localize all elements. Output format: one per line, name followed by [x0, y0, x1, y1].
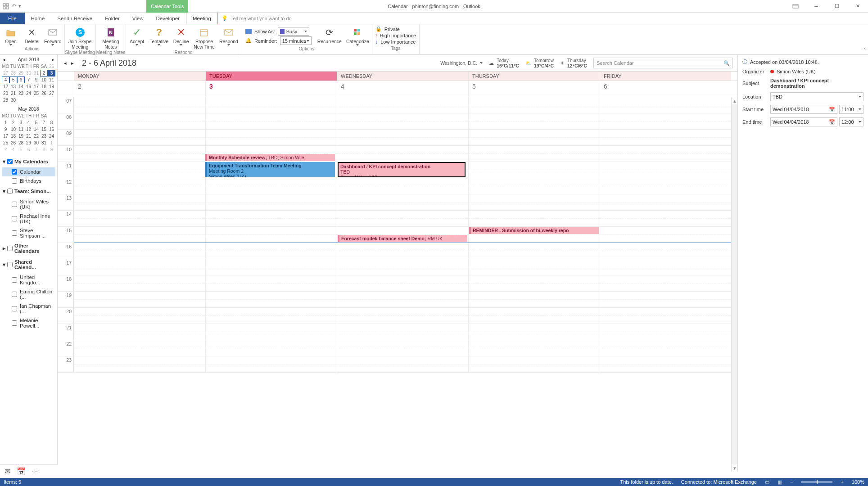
time-slot[interactable]: [468, 113, 600, 129]
my-calendars-group[interactable]: ▾My Calendars: [2, 156, 55, 167]
calendar-item[interactable]: United Kingdo...: [2, 273, 55, 287]
quick-access-icon[interactable]: [3, 3, 9, 9]
time-slot[interactable]: [468, 292, 600, 307]
accept-button[interactable]: ✓Accept: [127, 25, 147, 50]
time-slot[interactable]: [337, 275, 468, 291]
time-slot[interactable]: [205, 211, 337, 226]
scroll-down-icon[interactable]: ▾: [732, 464, 737, 472]
date-cell-4[interactable]: 4: [337, 81, 468, 97]
appt-schedule-review[interactable]: Monthly Schedule review; TBD; Simon Wile: [205, 154, 335, 161]
time-slot[interactable]: [337, 308, 468, 324]
calendar-item[interactable]: Steve Simpson ...: [2, 226, 55, 240]
tab-meeting[interactable]: Meeting: [186, 13, 218, 24]
low-importance-button[interactable]: ↓Low Importance: [375, 39, 416, 45]
time-slot[interactable]: [468, 97, 600, 113]
calendar-item[interactable]: Melanie Powell...: [2, 316, 55, 330]
team-checkbox[interactable]: [7, 189, 13, 194]
time-slot[interactable]: [600, 178, 731, 194]
next-week-icon[interactable]: ▸: [69, 59, 76, 67]
mail-icon[interactable]: ✉: [5, 467, 10, 476]
time-slot[interactable]: [468, 130, 600, 145]
start-date-field[interactable]: Wed 04/04/2018📅: [770, 105, 837, 114]
high-importance-button[interactable]: !High Importance: [375, 33, 416, 38]
time-slot[interactable]: [337, 259, 468, 275]
minimize-icon[interactable]: ─: [806, 0, 827, 13]
time-slot[interactable]: [205, 324, 337, 340]
time-slot[interactable]: [600, 162, 731, 178]
time-slot[interactable]: [74, 97, 205, 113]
location-field[interactable]: TBD: [770, 92, 863, 101]
time-slot[interactable]: [74, 324, 205, 340]
private-button[interactable]: 🔒Private: [375, 26, 416, 32]
time-slot[interactable]: [600, 275, 731, 291]
scroll-up-icon[interactable]: ▴: [732, 97, 737, 104]
time-slot[interactable]: [600, 211, 731, 226]
collapse-ribbon-icon[interactable]: ˄: [863, 48, 866, 54]
tab-file[interactable]: File: [0, 13, 25, 24]
reminder-select[interactable]: 15 minutes: [280, 36, 312, 45]
mini-cal-day[interactable]: 4: [2, 76, 9, 83]
time-slot[interactable]: [205, 130, 337, 145]
time-slot[interactable]: [205, 97, 337, 113]
time-slot[interactable]: [600, 130, 731, 145]
date-cell-6[interactable]: 6: [600, 81, 731, 97]
other-calendars-group[interactable]: ▸Other Calendars: [2, 240, 55, 256]
calendar-picker-icon[interactable]: 📅: [829, 119, 835, 125]
respond-button[interactable]: Respond: [217, 25, 240, 50]
time-slot[interactable]: [337, 97, 468, 113]
zoom-slider[interactable]: [801, 481, 832, 483]
time-slot[interactable]: [468, 162, 600, 178]
time-slot[interactable]: [600, 227, 731, 243]
date-cell-2[interactable]: 2: [74, 81, 205, 97]
appt-forecast-demo[interactable]: Forecast model/ balance sheet Demo; RM U…: [338, 235, 467, 242]
time-slot[interactable]: [337, 356, 468, 372]
time-slot[interactable]: [337, 146, 468, 162]
ribbon-display-options-icon[interactable]: [785, 0, 806, 13]
calendar-search-input[interactable]: Search Calendar🔍: [593, 58, 733, 68]
time-slot[interactable]: [600, 308, 731, 324]
tab-send-receive[interactable]: Send / Receive: [51, 13, 99, 24]
end-time-field[interactable]: 12:00: [839, 117, 863, 126]
calendar-icon[interactable]: 📅: [17, 467, 26, 476]
time-slot[interactable]: [74, 113, 205, 129]
prev-month-icon[interactable]: ◂: [3, 57, 5, 62]
calendar-item[interactable]: Ian Chapman (...: [2, 302, 55, 316]
time-slot[interactable]: [74, 259, 205, 275]
mini-cal-day[interactable]: 2: [40, 70, 48, 76]
skype-meeting-button[interactable]: SJoin Skype Meeting: [66, 25, 94, 50]
start-time-field[interactable]: 11:00: [839, 105, 863, 114]
time-slot[interactable]: [468, 259, 600, 275]
time-slot[interactable]: [205, 243, 337, 259]
zoom-out-icon[interactable]: −: [790, 479, 793, 485]
time-slot[interactable]: [74, 227, 205, 243]
time-slot[interactable]: [600, 292, 731, 307]
time-slot[interactable]: [337, 194, 468, 210]
categorize-button[interactable]: Categorize: [344, 25, 371, 46]
tab-developer[interactable]: Developer: [150, 13, 186, 24]
time-slot[interactable]: [74, 211, 205, 226]
time-slot[interactable]: [468, 356, 600, 372]
time-slot[interactable]: [74, 292, 205, 307]
time-slot[interactable]: [600, 113, 731, 129]
location-picker[interactable]: Washington, D.C.: [440, 60, 483, 66]
time-slot[interactable]: [468, 275, 600, 291]
show-as-select[interactable]: Busy: [278, 27, 309, 36]
time-slot[interactable]: [74, 146, 205, 162]
time-slot[interactable]: [205, 178, 337, 194]
time-slot[interactable]: [74, 130, 205, 145]
time-slot[interactable]: [74, 340, 205, 356]
time-slot[interactable]: [600, 97, 731, 113]
next-month-icon[interactable]: ▸: [52, 57, 54, 62]
time-slot[interactable]: [205, 113, 337, 129]
time-slot[interactable]: [205, 227, 337, 243]
meeting-notes-button[interactable]: NMeeting Notes: [100, 25, 121, 50]
time-slot[interactable]: [74, 356, 205, 372]
zoom-in-icon[interactable]: +: [841, 479, 843, 485]
time-slot[interactable]: [74, 194, 205, 210]
time-slot[interactable]: [337, 340, 468, 356]
end-date-field[interactable]: Wed 04/04/2018📅: [770, 117, 837, 126]
time-slot[interactable]: [337, 211, 468, 226]
mini-cal-day[interactable]: 7: [25, 76, 32, 83]
time-slot[interactable]: [337, 178, 468, 194]
mini-cal-day[interactable]: 5: [9, 76, 17, 83]
